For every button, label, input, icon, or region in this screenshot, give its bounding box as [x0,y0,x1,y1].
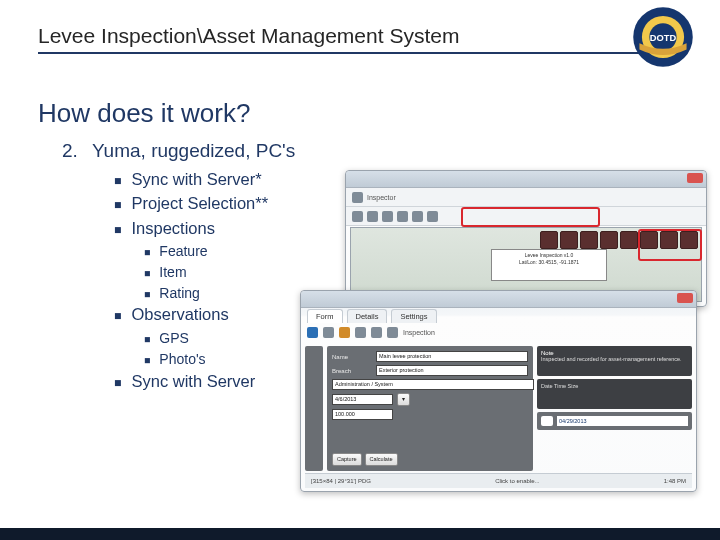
map-tool-icon [600,231,618,249]
tool-icon [371,327,382,338]
form-label: Breach [332,368,372,374]
window-titlebar [301,291,696,308]
camera-icon [541,416,553,426]
square-bullet-icon: ■ [114,219,121,241]
square-bullet-icon: ■ [114,194,121,216]
form-section: Administration / System [332,379,534,390]
tool-icon [382,211,393,222]
form-value: Main levee protection [376,351,528,362]
form-label: Name [332,354,372,360]
highlight-box [638,229,702,261]
menu-row: Inspector [346,188,706,207]
right-panel: Note Inspected and recorded for asset-ma… [537,346,692,471]
square-bullet-icon: ■ [144,351,150,370]
square-bullet-icon: ■ [144,264,150,283]
window-titlebar [346,171,706,188]
map-tool-icon [620,231,638,249]
tab: Settings [391,309,436,323]
tool-icon [427,211,438,222]
ribbon-label: Inspection [403,329,435,336]
close-icon [687,173,703,183]
tool-icon [352,211,363,222]
tool-icon [387,327,398,338]
tool-icon [412,211,423,222]
ribbon-toolbar: Inspection [307,327,435,338]
map-window-screenshot: Inspector Leve [345,170,707,307]
tab: Details [347,309,388,323]
map-tool-icon [580,231,598,249]
form-panel: Name Main levee protection Breach Exteri… [327,346,533,471]
title-bar: Levee Inspection\Asset Management System [38,24,682,54]
status-left: [315×84 | 29°31'] PDG [311,478,371,484]
tab-strip: Form Details Settings [307,309,437,323]
capture-button: Capture [332,453,362,466]
highlight-box [461,207,600,227]
rating-value: 100.000 [332,409,393,420]
tool-icon [323,327,334,338]
status-right: 1:48 PM [664,478,686,484]
square-bullet-icon: ■ [144,285,150,304]
table-box: Date Time Size [537,379,692,409]
logo-text: DOTD [650,33,677,43]
note-box: Note Inspected and recorded for asset-ma… [537,346,692,376]
map-tool-icon [560,231,578,249]
dotd-logo: DOTD [632,6,694,68]
date-value: 4/6/2013 [332,394,393,405]
status-bar: [315×84 | 29°31'] PDG Click to enable...… [305,473,692,488]
side-strip [305,346,323,471]
tool-icon [355,327,366,338]
dropdown-icon: ▾ [397,393,410,406]
square-bullet-icon: ■ [114,372,121,394]
map-info-box: Levee Inspection v1.0 Lat/Lon: 30.4515, … [491,249,607,281]
calculate-button: Calculate [365,453,398,466]
tool-icon [339,327,350,338]
photo-bar: 04/29/2013 [537,412,692,430]
form-value: Exterior protection [376,365,528,376]
list-heading: Yuma, ruggedized, PC's [92,140,295,162]
slide: Levee Inspection\Asset Management System… [0,0,720,540]
square-bullet-icon: ■ [114,305,121,327]
status-center: Click to enable... [495,478,539,484]
numbered-item: 2. Yuma, ruggedized, PC's [62,140,402,162]
square-bullet-icon: ■ [114,170,121,192]
photo-date: 04/29/2013 [557,416,688,426]
tool-icon [397,211,408,222]
form-window-screenshot: Form Details Settings Inspection Name Ma… [300,290,697,492]
section-title: How does it work? [38,98,250,129]
close-icon [677,293,693,303]
sync-icon [307,327,318,338]
slide-title: Levee Inspection\Asset Management System [38,24,459,47]
tab: Form [307,309,343,323]
window-title-text: Inspector [367,194,396,201]
map-tool-icon [540,231,558,249]
list-number: 2. [62,140,82,162]
tool-icon [367,211,378,222]
bottom-band [0,528,720,540]
app-icon [352,192,363,203]
square-bullet-icon: ■ [144,243,150,262]
square-bullet-icon: ■ [144,330,150,349]
